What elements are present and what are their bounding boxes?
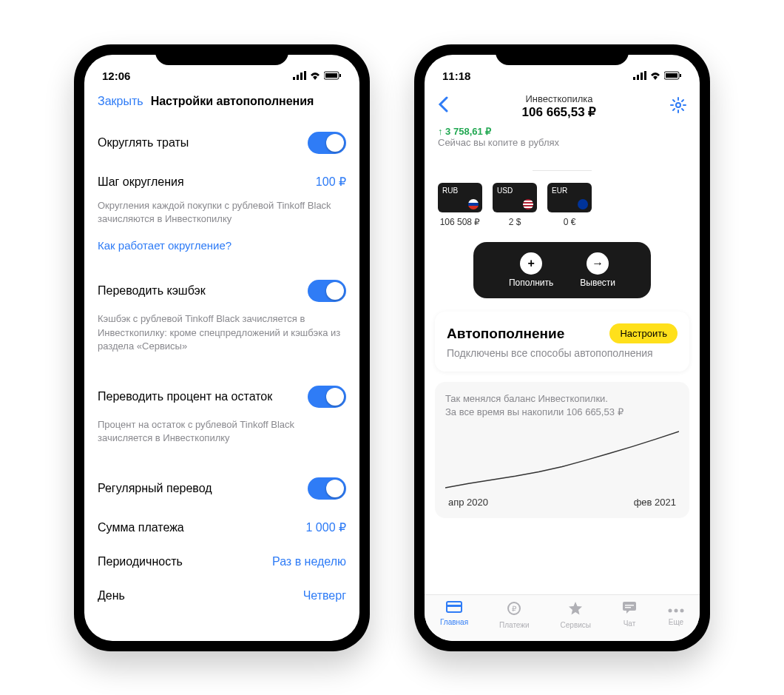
currency-code: EUR — [552, 187, 567, 195]
svg-rect-21 — [625, 607, 631, 608]
round-label: Округлять траты — [98, 136, 189, 150]
svg-rect-7 — [633, 77, 635, 80]
tab-more[interactable]: Еще — [668, 601, 684, 629]
arrow-right-icon: → — [587, 252, 609, 275]
period-label: Периодичность — [98, 555, 183, 568]
status-icons — [293, 70, 342, 82]
svg-rect-0 — [293, 77, 295, 80]
currency-value: 2 $ — [493, 217, 537, 227]
currency-usd[interactable]: USD 2 $ — [493, 183, 537, 227]
notch — [155, 44, 288, 65]
svg-point-23 — [674, 609, 677, 613]
interest-toggle[interactable] — [308, 386, 346, 408]
cashback-label: Переводить кэшбэк — [98, 284, 206, 298]
withdraw-label: Вывести — [580, 278, 615, 288]
tab-payments[interactable]: ₽ Платежи — [499, 601, 530, 629]
star-icon — [561, 601, 591, 620]
how-rounding-works-link[interactable]: Как работает округление? — [98, 235, 346, 269]
svg-rect-12 — [666, 73, 677, 78]
currency-rub[interactable]: RUB 106 508 ₽ — [438, 183, 482, 227]
cashback-toggle[interactable] — [308, 280, 346, 302]
currency-value: 0 € — [547, 217, 592, 227]
page-title: Настройки автопополнения — [151, 95, 314, 108]
profit-value: ↑ 3 758,61 ₽ — [438, 126, 686, 137]
gear-icon[interactable] — [670, 97, 686, 116]
row-amount[interactable]: Сумма платежа 1 000 ₽ — [98, 510, 346, 545]
phone-right: 11:18 Инвесткопилка 106 — [414, 44, 710, 651]
flag-eu-icon — [578, 199, 588, 209]
flag-ru-icon — [468, 199, 479, 209]
svg-rect-9 — [641, 73, 643, 80]
svg-point-14 — [676, 103, 680, 107]
row-day[interactable]: День Четверг — [98, 579, 346, 613]
tab-main[interactable]: Главная — [440, 601, 468, 629]
tab-bar: Главная ₽ Платежи Сервисы — [425, 594, 700, 641]
row-cashback: Переводить кэшбэк — [98, 269, 346, 312]
amount-value: 1 000 ₽ — [306, 520, 346, 534]
signal-icon — [633, 70, 646, 82]
deposit-button[interactable]: + Пополнить — [509, 252, 553, 288]
screen-right: 11:18 Инвесткопилка 106 — [425, 55, 700, 641]
recurring-toggle[interactable] — [308, 477, 346, 500]
auto-refill-desc: Подключены все способы автопополнения — [447, 346, 677, 360]
svg-rect-8 — [637, 75, 639, 80]
recurring-label: Регулярный перевод — [98, 482, 212, 495]
round-desc: Округления каждой покупки с рублевой Tin… — [98, 199, 346, 235]
saving-currency-text: Сейчас вы копите в рублях — [438, 137, 686, 148]
auto-refill-card: Автопополнение Настроить Подключены все … — [435, 312, 689, 372]
round-step-value: 100 ₽ — [316, 175, 346, 189]
close-button[interactable]: Закрыть — [98, 95, 143, 108]
currency-row: RUB 106 508 ₽ USD 2 $ EUR — [425, 183, 700, 227]
balance-line-chart — [445, 430, 679, 489]
content-left: Закрыть Настройки автопополнения Округля… — [84, 87, 359, 641]
svg-rect-2 — [300, 73, 303, 80]
phone-left: 12:06 Закрыть Настройки автопополнения О… — [74, 44, 370, 651]
currency-value: 106 508 ₽ — [438, 217, 482, 227]
screen-left: 12:06 Закрыть Настройки автопополнения О… — [84, 55, 359, 641]
tab-label: Еще — [669, 618, 683, 626]
configure-button[interactable]: Настроить — [609, 323, 677, 343]
round-toggle[interactable] — [308, 132, 346, 154]
svg-text:₽: ₽ — [512, 605, 517, 613]
svg-rect-10 — [644, 71, 646, 80]
account-header: Инвесткопилка 106 665,53 ₽ — [425, 87, 700, 124]
battery-icon — [664, 70, 682, 82]
flag-us-icon — [523, 199, 533, 209]
day-label: День — [98, 589, 125, 602]
period-value: Раз в неделю — [272, 555, 346, 568]
interest-label: Переводить процент на остаток — [98, 390, 272, 403]
more-icon — [668, 601, 684, 617]
notch — [496, 44, 629, 65]
withdraw-button[interactable]: → Вывести — [580, 252, 615, 288]
svg-rect-5 — [325, 73, 337, 78]
tab-label: Платежи — [499, 621, 530, 629]
chart-text-2: За все время вы накопили 106 665,53 ₽ — [445, 406, 679, 419]
action-row: + Пополнить → Вывести — [473, 242, 651, 298]
subheader: ↑ 3 758,61 ₽ Сейчас вы копите в рублях — [425, 124, 700, 155]
back-button[interactable] — [438, 96, 448, 117]
row-period[interactable]: Периодичность Раз в неделю — [98, 545, 346, 579]
balance-chart-card: Так менялся баланс Инвесткопилки. За все… — [435, 382, 689, 517]
content-right: Инвесткопилка 106 665,53 ₽ ↑ 3 758,61 ₽ … — [425, 87, 700, 641]
row-round-step[interactable]: Шаг округления 100 ₽ — [98, 164, 346, 199]
svg-rect-19 — [623, 602, 636, 611]
auto-refill-title: Автопополнение — [447, 326, 564, 342]
svg-rect-20 — [625, 605, 634, 606]
day-value: Четверг — [303, 589, 346, 602]
row-recurring: Регулярный перевод — [98, 467, 346, 510]
chart-date-start: апр 2020 — [448, 497, 488, 508]
tab-chat[interactable]: Чат — [622, 601, 637, 629]
account-name: Инвесткопилка — [522, 93, 597, 104]
currency-eur[interactable]: EUR 0 € — [547, 183, 592, 227]
battery-icon — [324, 70, 342, 82]
amount-label: Сумма платежа — [98, 521, 184, 534]
interest-desc: Процент на остаток с рублевой Tinkoff Bl… — [98, 418, 346, 454]
svg-point-24 — [680, 609, 683, 613]
svg-rect-6 — [339, 74, 341, 77]
wifi-icon — [309, 70, 321, 82]
chart-date-end: фев 2021 — [634, 497, 676, 508]
cashback-desc: Кэшбэк с рублевой Tinkoff Black зачисляе… — [98, 312, 346, 362]
card-icon — [440, 601, 468, 617]
tab-services[interactable]: Сервисы — [561, 601, 591, 629]
row-interest: Переводить процент на остаток — [98, 375, 346, 418]
